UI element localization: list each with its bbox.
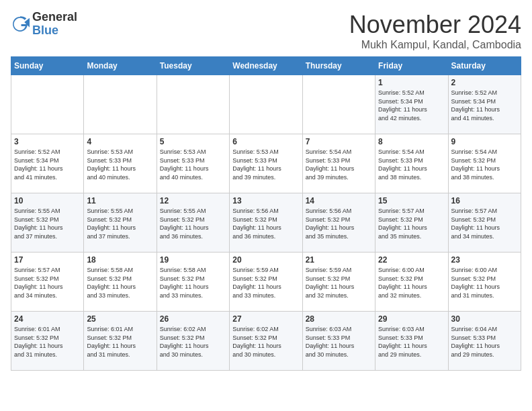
day-number: 17 [14,255,81,265]
calendar-week-row: 17Sunrise: 5:57 AM Sunset: 5:32 PM Dayli… [11,253,521,312]
day-info: Sunrise: 5:56 AM Sunset: 5:32 PM Dayligh… [306,207,372,240]
day-number: 19 [160,255,226,265]
calendar-cell [84,75,157,134]
calendar-cell: 7Sunrise: 5:54 AM Sunset: 5:33 PM Daylig… [302,134,375,193]
logo-text: General Blue [32,11,77,38]
day-number: 5 [160,137,226,146]
day-info: Sunrise: 6:00 AM Sunset: 5:32 PM Dayligh… [378,266,445,300]
calendar-week-row: 1Sunrise: 5:52 AM Sunset: 5:34 PM Daylig… [11,75,521,134]
calendar-cell [230,75,302,134]
calendar-cell: 10Sunrise: 5:55 AM Sunset: 5:32 PM Dayli… [11,193,84,253]
day-info: Sunrise: 5:58 AM Sunset: 5:32 PM Dayligh… [87,266,153,300]
calendar-cell: 13Sunrise: 5:56 AM Sunset: 5:32 PM Dayli… [230,193,302,253]
calendar-cell: 9Sunrise: 5:54 AM Sunset: 5:32 PM Daylig… [448,134,521,193]
day-number: 14 [306,196,372,205]
calendar-cell: 4Sunrise: 5:53 AM Sunset: 5:33 PM Daylig… [84,134,157,193]
day-info: Sunrise: 6:01 AM Sunset: 5:32 PM Dayligh… [14,325,81,359]
day-info: Sunrise: 5:52 AM Sunset: 5:34 PM Dayligh… [14,148,81,181]
day-info: Sunrise: 5:53 AM Sunset: 5:33 PM Dayligh… [87,148,153,181]
day-number: 24 [14,314,81,324]
weekday-header-monday: Monday [84,57,157,75]
day-number: 2 [451,78,518,87]
day-number: 23 [451,255,518,265]
page-header: General Blue November 2024 Mukh Kampul, … [11,11,521,51]
day-info: Sunrise: 5:54 AM Sunset: 5:33 PM Dayligh… [306,148,372,181]
calendar-cell: 27Sunrise: 6:02 AM Sunset: 5:32 PM Dayli… [230,312,302,371]
day-number: 30 [451,314,518,324]
month-title: November 2024 [349,11,521,39]
day-number: 13 [232,196,299,205]
day-info: Sunrise: 5:57 AM Sunset: 5:32 PM Dayligh… [14,266,81,300]
day-info: Sunrise: 5:53 AM Sunset: 5:33 PM Dayligh… [160,148,226,181]
day-info: Sunrise: 5:57 AM Sunset: 5:32 PM Dayligh… [378,207,445,240]
day-info: Sunrise: 6:04 AM Sunset: 5:33 PM Dayligh… [451,325,518,359]
logo: General Blue [11,11,77,38]
calendar-cell: 17Sunrise: 5:57 AM Sunset: 5:32 PM Dayli… [11,253,84,312]
calendar-cell: 5Sunrise: 5:53 AM Sunset: 5:33 PM Daylig… [157,134,229,193]
day-number: 27 [232,314,299,324]
day-info: Sunrise: 5:56 AM Sunset: 5:32 PM Dayligh… [232,207,299,240]
calendar-cell: 16Sunrise: 5:57 AM Sunset: 5:32 PM Dayli… [448,193,521,253]
calendar-cell: 8Sunrise: 5:54 AM Sunset: 5:33 PM Daylig… [375,134,448,193]
calendar-cell: 20Sunrise: 5:59 AM Sunset: 5:32 PM Dayli… [230,253,302,312]
day-info: Sunrise: 5:59 AM Sunset: 5:32 PM Dayligh… [306,266,372,300]
day-number: 15 [378,196,445,205]
location-title: Mukh Kampul, Kandal, Cambodia [349,39,521,51]
day-number: 8 [378,137,445,146]
day-number: 12 [160,196,226,205]
day-number: 25 [87,314,153,324]
calendar-cell: 2Sunrise: 5:52 AM Sunset: 5:34 PM Daylig… [448,75,521,134]
weekday-header-saturday: Saturday [448,57,521,75]
day-info: Sunrise: 6:02 AM Sunset: 5:32 PM Dayligh… [232,325,299,359]
day-info: Sunrise: 5:53 AM Sunset: 5:33 PM Dayligh… [232,148,299,181]
logo-general: General [32,10,77,24]
day-number: 20 [232,255,299,265]
calendar-week-row: 3Sunrise: 5:52 AM Sunset: 5:34 PM Daylig… [11,134,521,193]
day-info: Sunrise: 5:52 AM Sunset: 5:34 PM Dayligh… [451,89,518,122]
calendar-cell: 12Sunrise: 5:55 AM Sunset: 5:32 PM Dayli… [157,193,229,253]
day-info: Sunrise: 5:55 AM Sunset: 5:32 PM Dayligh… [87,207,153,240]
day-number: 16 [451,196,518,205]
calendar-cell: 26Sunrise: 6:02 AM Sunset: 5:32 PM Dayli… [157,312,229,371]
day-number: 21 [306,255,372,265]
day-info: Sunrise: 5:57 AM Sunset: 5:32 PM Dayligh… [451,207,518,240]
calendar-cell: 28Sunrise: 6:03 AM Sunset: 5:33 PM Dayli… [302,312,375,371]
day-number: 9 [451,137,518,146]
day-info: Sunrise: 5:55 AM Sunset: 5:32 PM Dayligh… [160,207,226,240]
day-number: 29 [378,314,445,324]
calendar-cell: 21Sunrise: 5:59 AM Sunset: 5:32 PM Dayli… [302,253,375,312]
day-number: 10 [14,196,81,205]
day-info: Sunrise: 6:00 AM Sunset: 5:32 PM Dayligh… [451,266,518,300]
day-number: 7 [306,137,372,146]
day-info: Sunrise: 5:59 AM Sunset: 5:32 PM Dayligh… [232,266,299,300]
title-area: November 2024 Mukh Kampul, Kandal, Cambo… [349,11,521,51]
day-number: 1 [378,78,445,87]
calendar-cell: 19Sunrise: 5:58 AM Sunset: 5:32 PM Dayli… [157,253,229,312]
day-info: Sunrise: 5:58 AM Sunset: 5:32 PM Dayligh… [160,266,226,300]
day-number: 18 [87,255,153,265]
logo-blue: Blue [32,24,58,37]
calendar-cell [302,75,375,134]
calendar-cell: 30Sunrise: 6:04 AM Sunset: 5:33 PM Dayli… [448,312,521,371]
weekday-header-friday: Friday [375,57,448,75]
calendar-cell: 11Sunrise: 5:55 AM Sunset: 5:32 PM Dayli… [84,193,157,253]
weekday-header-tuesday: Tuesday [157,57,229,75]
calendar-table: SundayMondayTuesdayWednesdayThursdayFrid… [11,56,521,371]
day-number: 3 [14,137,81,146]
logo-icon [11,15,30,34]
day-info: Sunrise: 6:02 AM Sunset: 5:32 PM Dayligh… [160,325,226,359]
calendar-cell: 14Sunrise: 5:56 AM Sunset: 5:32 PM Dayli… [302,193,375,253]
day-number: 6 [232,137,299,146]
day-info: Sunrise: 5:52 AM Sunset: 5:34 PM Dayligh… [378,89,445,122]
calendar-header-row: SundayMondayTuesdayWednesdayThursdayFrid… [11,57,521,75]
day-info: Sunrise: 5:54 AM Sunset: 5:32 PM Dayligh… [451,148,518,181]
day-info: Sunrise: 6:01 AM Sunset: 5:32 PM Dayligh… [87,325,153,359]
calendar-cell [11,75,84,134]
calendar-cell: 25Sunrise: 6:01 AM Sunset: 5:32 PM Dayli… [84,312,157,371]
calendar-cell: 1Sunrise: 5:52 AM Sunset: 5:34 PM Daylig… [375,75,448,134]
day-info: Sunrise: 5:55 AM Sunset: 5:32 PM Dayligh… [14,207,81,240]
calendar-cell: 29Sunrise: 6:03 AM Sunset: 5:33 PM Dayli… [375,312,448,371]
day-number: 28 [306,314,372,324]
calendar-week-row: 24Sunrise: 6:01 AM Sunset: 5:32 PM Dayli… [11,312,521,371]
weekday-header-sunday: Sunday [11,57,84,75]
